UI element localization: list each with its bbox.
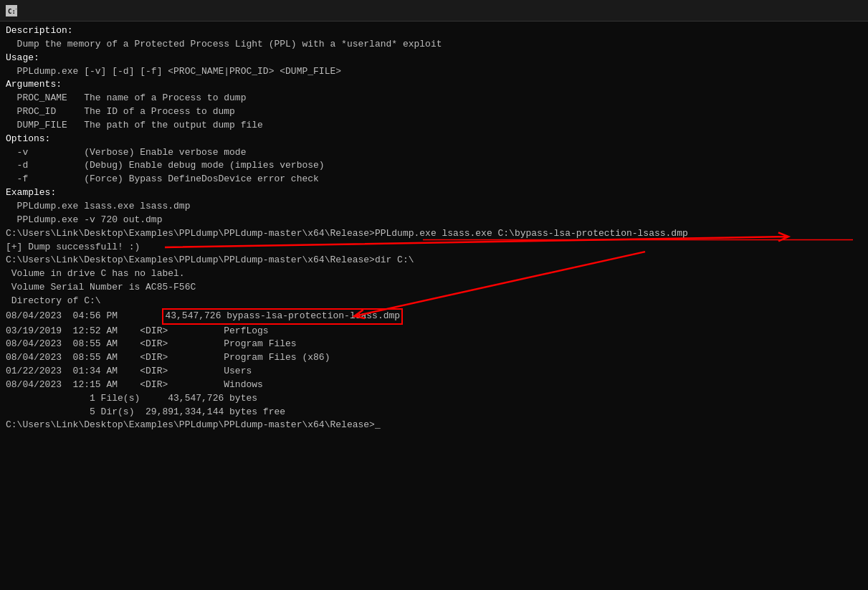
terminal-line: DUMP_FILE The path of the output dump fi… xyxy=(6,119,862,133)
titlebar-icon: C:\ xyxy=(6,5,17,16)
highlighted-file-entry: 43,547,726 bypass-lsa-protection-lsass.d… xyxy=(162,308,403,325)
terminal: Description: Dump the memory of a Protec… xyxy=(0,22,868,590)
terminal-line: -f (Force) Bypass DefineDosDevice error … xyxy=(6,173,862,186)
maximize-button[interactable] xyxy=(796,0,829,22)
terminal-line: 08/04/2023 08:55 AM <DIR> Program Files xyxy=(6,338,862,351)
terminal-line: Dump the memory of a Protected Process L… xyxy=(6,38,862,52)
titlebar-controls xyxy=(763,0,862,22)
terminal-line: PPLdump.exe lsass.exe lsass.dmp xyxy=(6,200,862,214)
terminal-line: PPLdump.exe [-v] [-d] [-f] <PROC_NAME|PR… xyxy=(6,65,862,79)
terminal-line: PPLdump.exe -v 720 out.dmp xyxy=(6,214,862,227)
terminal-line: Options: xyxy=(6,133,862,146)
terminal-line: C:\Users\Link\Desktop\Examples\PPLdump\P… xyxy=(6,227,862,241)
terminal-line: Volume in drive C has no label. xyxy=(6,267,862,281)
terminal-line: Directory of C:\ xyxy=(6,295,862,308)
terminal-line: 1 File(s) 43,547,726 bytes xyxy=(6,392,862,406)
terminal-line: PROC_NAME The name of a Process to dump xyxy=(6,92,862,105)
svg-text:C:\: C:\ xyxy=(8,8,16,15)
terminal-line: C:\Users\Link\Desktop\Examples\PPLdump\P… xyxy=(6,254,862,267)
terminal-line: Description: xyxy=(6,24,862,38)
terminal-line: PROC_ID The ID of a Process to dump xyxy=(6,105,862,119)
titlebar: C:\ xyxy=(0,0,868,22)
terminal-line: 08/04/2023 08:55 AM <DIR> Program Files … xyxy=(6,351,862,365)
close-button[interactable] xyxy=(829,0,862,22)
terminal-line: Arguments: xyxy=(6,78,862,92)
terminal-line: 03/19/2019 12:52 AM <DIR> PerfLogs xyxy=(6,325,862,338)
terminal-line: [+] Dump successfull! :) xyxy=(6,241,862,254)
terminal-line: 01/22/2023 01:34 AM <DIR> Users xyxy=(6,365,862,379)
terminal-line: -v (Verbose) Enable verbose mode xyxy=(6,146,862,160)
terminal-line: 08/04/2023 04:56 PM 43,547,726 bypass-ls… xyxy=(6,308,862,325)
terminal-line: Examples: xyxy=(6,186,862,200)
terminal-line: Usage: xyxy=(6,52,862,65)
minimize-button[interactable] xyxy=(763,0,796,22)
terminal-line: C:\Users\Link\Desktop\Examples\PPLdump\P… xyxy=(6,419,862,432)
terminal-line: 08/04/2023 12:15 AM <DIR> Windows xyxy=(6,379,862,392)
terminal-line: 5 Dir(s) 29,891,334,144 bytes free xyxy=(6,406,862,419)
terminal-line: Volume Serial Number is AC85-F56C xyxy=(6,281,862,295)
terminal-line: -d (Debug) Enable debug mode (implies ve… xyxy=(6,159,862,173)
